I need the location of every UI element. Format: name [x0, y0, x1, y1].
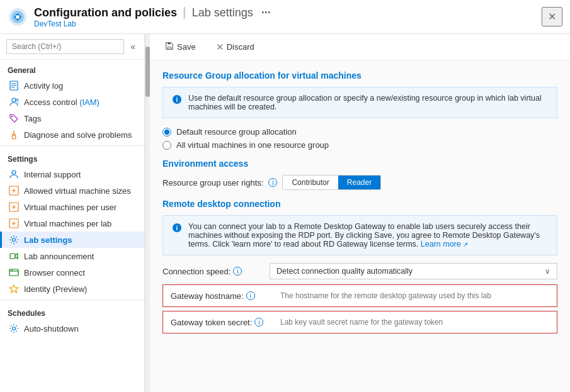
- remote-desktop-info-text: You can connect your lab to a Remote Des…: [188, 222, 548, 249]
- gateway-hostname-label: Gateway hostname: i: [171, 291, 271, 301]
- main-container: « General Activity log Access control (I…: [0, 34, 570, 392]
- gateway-hostname-input[interactable]: [278, 290, 549, 301]
- search-input[interactable]: [6, 39, 124, 54]
- sidebar-scroll-thumb[interactable]: [145, 47, 150, 97]
- vms-per-user-icon: [9, 202, 19, 212]
- access-control-icon: [9, 97, 19, 107]
- sidebar-item-allowed-vm-sizes[interactable]: Allowed virtual machine sizes: [0, 182, 144, 199]
- toggle-reader[interactable]: Reader: [338, 176, 380, 189]
- sidebar-item-lab-settings[interactable]: Lab settings: [0, 232, 144, 248]
- sidebar-item-diagnose[interactable]: Diagnose and solve problems: [0, 126, 144, 143]
- remote-desktop-section: Remote desktop connection i You can conn…: [162, 199, 557, 333]
- sidebar-divider-2: [0, 300, 144, 300]
- connection-speed-label: Connection speed: i: [162, 267, 263, 276]
- close-button[interactable]: ✕: [542, 7, 562, 26]
- sidebar-item-internal-support[interactable]: Internal support: [0, 166, 144, 182]
- sidebar-scroll: General Activity log Access control (IAM…: [0, 60, 144, 392]
- svg-point-2: [16, 15, 20, 19]
- svg-point-7: [12, 98, 16, 102]
- allowed-vm-sizes-icon: [9, 186, 19, 196]
- toggle-contributor[interactable]: Contributor: [283, 176, 338, 189]
- app-subtitle: DevTest Lab: [34, 20, 271, 28]
- discard-label: Discard: [227, 42, 254, 52]
- radio-default-rg-label: Default resource group allocation: [176, 127, 297, 137]
- gateway-token-info-icon[interactable]: i: [254, 318, 263, 327]
- title-bar: Configuration and policies | Lab setting…: [0, 0, 570, 34]
- gateway-token-label: Gateway token secret: i: [171, 318, 271, 327]
- sidebar-label-activity-log: Activity log: [24, 81, 63, 91]
- connection-speed-value: Detect connection quality automatically: [276, 267, 413, 276]
- svg-point-19: [11, 270, 12, 271]
- tags-icon: [9, 113, 19, 123]
- svg-point-20: [12, 270, 13, 271]
- sidebar-item-tags[interactable]: Tags: [0, 110, 144, 126]
- sidebar-label-auto-shutdown: Auto-shutdown: [24, 324, 79, 333]
- toolbar: Save ✕ Discard: [150, 34, 570, 60]
- svg-text:i: i: [176, 225, 178, 232]
- toggle-group-access: Contributor Reader: [282, 175, 381, 190]
- learn-more-label[interactable]: Learn more: [421, 240, 461, 249]
- external-link-icon: ↗: [463, 241, 468, 248]
- sidebar-label-lab-announcement: Lab announcement: [24, 252, 94, 261]
- radio-group-resource: Default resource group allocation All vi…: [162, 127, 557, 150]
- connection-speed-info-icon[interactable]: i: [233, 267, 242, 276]
- svg-text:i: i: [176, 96, 178, 103]
- sidebar-item-access-control[interactable]: Access control (IAM): [0, 94, 144, 110]
- radio-default-rg-input[interactable]: [162, 128, 171, 137]
- internal-support-icon: [9, 169, 19, 179]
- save-label: Save: [177, 42, 196, 52]
- discard-icon: ✕: [216, 42, 224, 52]
- sidebar-item-auto-shutdown[interactable]: Auto-shutdown: [0, 320, 144, 337]
- env-access-heading: Environment access: [162, 159, 557, 169]
- resource-group-heading: Resource Group allocation for virtual ma…: [162, 70, 557, 81]
- title-more-icon[interactable]: ···: [261, 6, 271, 19]
- lab-announcement-icon: [9, 251, 19, 261]
- identity-icon: [9, 284, 19, 294]
- sidebar-label-diagnose: Diagnose and solve problems: [24, 130, 132, 140]
- svg-point-15: [13, 238, 16, 242]
- svg-rect-24: [168, 43, 170, 45]
- sidebar-label-internal-support: Internal support: [24, 170, 81, 179]
- content-body: Resource Group allocation for virtual ma…: [150, 60, 570, 392]
- sidebar-section-settings: Settings: [0, 148, 144, 166]
- connection-speed-dropdown[interactable]: Detect connection quality automatically …: [270, 263, 557, 279]
- sidebar-item-lab-announcement[interactable]: Lab announcement: [0, 248, 144, 264]
- sidebar-item-vms-per-lab[interactable]: Virtual machines per lab: [0, 215, 144, 232]
- resource-user-rights-info-icon[interactable]: i: [268, 178, 277, 187]
- sidebar-item-vms-per-user[interactable]: Virtual machines per user: [0, 199, 144, 215]
- resource-group-user-rights-label: Resource group user rights:: [162, 178, 263, 188]
- diagnose-icon: [9, 130, 19, 140]
- svg-rect-16: [10, 254, 15, 259]
- sidebar-label-access-control: Access control (IAM): [24, 98, 100, 107]
- page-title: Configuration and policies | Lab setting…: [34, 5, 271, 20]
- sidebar-label-allowed-vm-sizes: Allowed virtual machine sizes: [24, 186, 131, 196]
- sidebar: « General Activity log Access control (I…: [0, 34, 145, 392]
- activity-log-icon: [9, 81, 19, 91]
- sidebar-item-browser-connect[interactable]: Browser connect: [0, 264, 144, 281]
- info-icon-remote: i: [172, 223, 182, 235]
- svg-point-11: [12, 171, 16, 174]
- sidebar-section-general: General: [0, 60, 144, 77]
- resource-group-info-box: i Use the default resource group allocat…: [162, 87, 557, 118]
- gateway-token-input[interactable]: [278, 316, 549, 328]
- lab-settings-icon: [9, 235, 19, 245]
- sidebar-collapse-button[interactable]: «: [128, 40, 138, 53]
- gateway-hostname-info-icon[interactable]: i: [246, 291, 255, 300]
- discard-button[interactable]: ✕ Discard: [211, 40, 259, 55]
- radio-default-rg[interactable]: Default resource group allocation: [162, 127, 557, 137]
- sidebar-label-identity: Identity (Preview): [24, 284, 87, 294]
- radio-all-vms-input[interactable]: [162, 141, 171, 150]
- app-icon: [8, 7, 28, 27]
- title-text: Configuration and policies | Lab setting…: [34, 5, 271, 28]
- svg-point-10: [12, 135, 16, 139]
- auto-shutdown-icon: [9, 323, 19, 333]
- sidebar-search-area: «: [0, 34, 144, 60]
- sidebar-label-lab-settings: Lab settings: [24, 235, 72, 245]
- connection-speed-row: Connection speed: i Detect connection qu…: [162, 263, 557, 279]
- sidebar-label-vms-per-lab: Virtual machines per lab: [24, 219, 111, 228]
- remote-desktop-info-box: i You can connect your lab to a Remote D…: [162, 215, 557, 255]
- sidebar-item-identity[interactable]: Identity (Preview): [0, 281, 144, 297]
- radio-all-vms[interactable]: All virtual machines in one resource gro…: [162, 140, 557, 150]
- save-button[interactable]: Save: [160, 39, 201, 55]
- sidebar-item-activity-log[interactable]: Activity log: [0, 77, 144, 94]
